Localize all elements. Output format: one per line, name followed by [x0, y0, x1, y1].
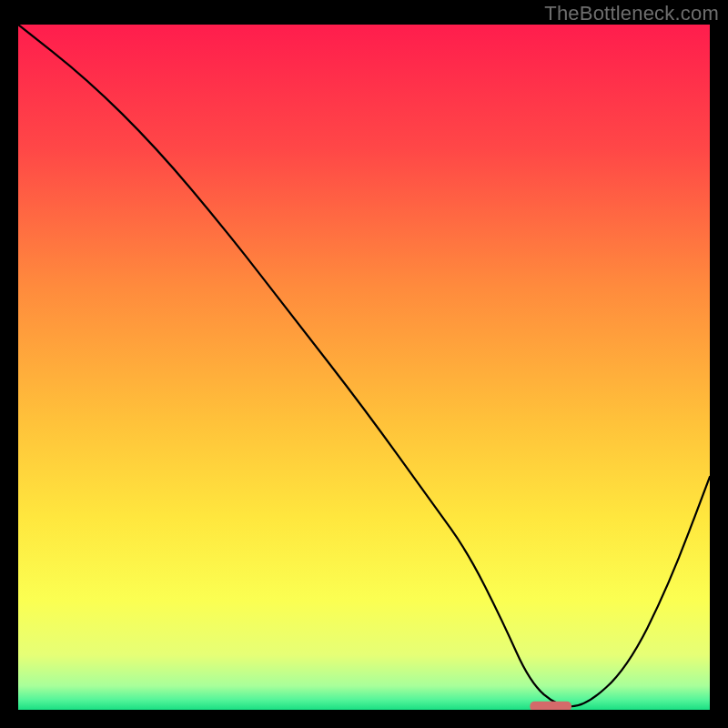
- optimal-marker: [530, 702, 571, 710]
- chart-stage: TheBottleneck.com: [0, 0, 728, 728]
- plot-area: [18, 25, 710, 710]
- watermark-text: TheBottleneck.com: [544, 2, 719, 25]
- gradient-background: [18, 25, 710, 710]
- chart-svg: [18, 25, 710, 710]
